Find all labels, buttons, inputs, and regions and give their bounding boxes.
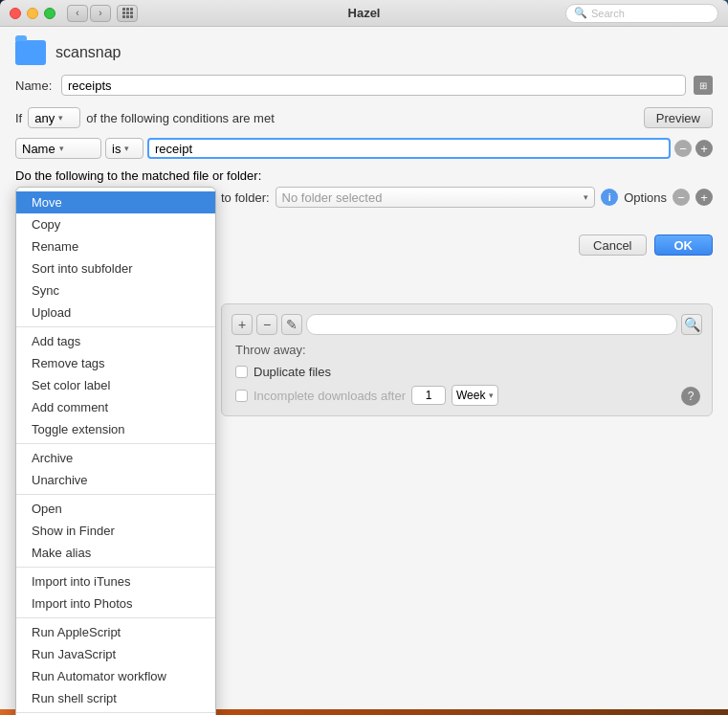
conditions-row: If any ▾ of the following conditions are… — [15, 107, 713, 128]
chevron-down-icon: ▾ — [58, 113, 63, 123]
duplicate-files-label: Duplicate files — [254, 365, 331, 379]
separator-4 — [16, 567, 215, 568]
remove-condition-button[interactable]: − — [674, 140, 692, 157]
remove-trash-rule-button[interactable]: − — [256, 314, 277, 335]
folder-icon — [15, 40, 46, 65]
if-label: If — [15, 111, 22, 125]
week-select[interactable]: Week ▾ — [452, 385, 498, 406]
info-button[interactable]: i — [601, 189, 618, 206]
to-folder-label: to folder: — [221, 190, 270, 205]
separator-5 — [16, 617, 215, 618]
title-bar: ‹ › Hazel 🔍 Search — [0, 0, 728, 27]
filter-value-input[interactable] — [147, 138, 671, 159]
incomplete-number-input[interactable] — [411, 386, 446, 405]
menu-item-sync[interactable]: Sync — [16, 279, 215, 302]
menu-item-set-color[interactable]: Set color label — [16, 374, 215, 396]
name-input[interactable] — [61, 75, 686, 96]
add-trash-rule-button[interactable]: + — [232, 314, 253, 335]
separator-3 — [16, 494, 215, 495]
action-label-text: Do the following to the matched file or … — [15, 168, 713, 183]
trash-toolbar: + − ✎ 🔍 — [232, 314, 702, 335]
grid-view-button[interactable] — [117, 5, 138, 22]
chevron-down-icon: ▾ — [584, 192, 588, 202]
menu-item-make-alias[interactable]: Make alias — [16, 542, 215, 564]
database-icon[interactable]: ⊞ — [694, 76, 713, 95]
edit-trash-rule-button[interactable]: ✎ — [281, 314, 302, 335]
menu-item-add-comment[interactable]: Add comment — [16, 396, 215, 418]
main-content: scansnap Name: ⊞ If any ▾ of the followi… — [0, 27, 728, 709]
dialog-buttons: Cancel OK — [221, 235, 713, 256]
help-button[interactable]: ? — [681, 387, 700, 406]
name-label: Name: — [15, 78, 54, 93]
menu-item-run-automator[interactable]: Run Automator workflow — [16, 665, 215, 687]
back-button[interactable]: ‹ — [67, 5, 88, 22]
action-area: Move Copy Rename Sort into subfolder Syn… — [15, 187, 713, 694]
filter-row: Name ▾ is ▾ − + — [15, 138, 713, 159]
menu-item-toggle-extension[interactable]: Toggle extension — [16, 418, 215, 440]
trash-panel: + − ✎ 🔍 Throw away: Duplicate files Inco… — [221, 303, 713, 416]
menu-item-import-photos[interactable]: Import into Photos — [16, 592, 215, 614]
menu-item-import-itunes[interactable]: Import into iTunes — [16, 570, 215, 592]
separator-2 — [16, 443, 215, 444]
menu-item-unarchive[interactable]: Unarchive — [16, 469, 215, 491]
menu-item-run-javascript[interactable]: Run JavaScript — [16, 643, 215, 665]
menu-item-rename[interactable]: Rename — [16, 235, 215, 257]
menu-item-run-applescript[interactable]: Run AppleScript — [16, 621, 215, 643]
window-title: Hazel — [348, 6, 381, 20]
menu-item-show-finder[interactable]: Show in Finder — [16, 520, 215, 542]
throw-away-label: Throw away: — [232, 343, 702, 357]
hazel-window: ‹ › Hazel 🔍 Search scansnap Name: ⊞ — [0, 0, 728, 709]
menu-item-add-tags[interactable]: Add tags — [16, 330, 215, 352]
filter-field-select[interactable]: Name ▾ — [15, 138, 101, 159]
any-select[interactable]: any ▾ — [28, 107, 80, 128]
add-condition-button[interactable]: + — [695, 140, 713, 157]
separator-1 — [16, 326, 215, 327]
options-label: Options — [624, 190, 667, 205]
folder-row: scansnap — [15, 40, 713, 65]
cancel-button[interactable]: Cancel — [579, 235, 646, 256]
menu-item-upload[interactable]: Upload — [16, 302, 215, 324]
action-dropdown-menu[interactable]: Move Copy Rename Sort into subfolder Syn… — [15, 187, 216, 715]
incomplete-downloads-row: Incomplete downloads after Week ▾ — [232, 385, 702, 406]
filter-operator-select[interactable]: is ▾ — [105, 138, 143, 159]
menu-item-run-shell[interactable]: Run shell script — [16, 687, 215, 709]
close-button[interactable] — [10, 8, 21, 19]
menu-item-archive[interactable]: Archive — [16, 447, 215, 469]
nav-buttons: ‹ › — [67, 5, 111, 22]
folder-select[interactable]: No folder selected ▾ — [276, 187, 596, 208]
separator-6 — [16, 712, 215, 713]
incomplete-downloads-checkbox[interactable] — [235, 390, 248, 402]
menu-item-open[interactable]: Open — [16, 498, 215, 520]
chevron-down-icon: ▾ — [489, 391, 494, 400]
grid-icon — [122, 8, 133, 18]
remove-action-button[interactable]: − — [673, 189, 690, 206]
forward-button[interactable]: › — [90, 5, 111, 22]
search-bar[interactable]: 🔍 Search — [565, 4, 718, 23]
menu-item-sort-subfolder[interactable]: Sort into subfolder — [16, 257, 215, 279]
name-row: Name: ⊞ — [15, 75, 713, 96]
incomplete-label: Incomplete downloads after — [254, 389, 406, 403]
folder-name: scansnap — [55, 44, 121, 61]
chevron-down-icon: ▾ — [59, 144, 64, 153]
preview-button[interactable]: Preview — [644, 107, 713, 128]
duplicate-files-checkbox[interactable] — [235, 366, 248, 378]
trash-search-button[interactable]: 🔍 — [681, 314, 702, 335]
maximize-button[interactable] — [44, 8, 55, 19]
to-folder-row: to folder: No folder selected ▾ i Option… — [221, 187, 713, 208]
search-icon: 🔍 — [574, 7, 587, 19]
menu-item-copy[interactable]: Copy — [16, 213, 215, 235]
trash-search-input[interactable] — [306, 314, 677, 335]
menu-item-remove-tags[interactable]: Remove tags — [16, 352, 215, 374]
action-detail: to folder: No folder selected ▾ i Option… — [221, 187, 713, 416]
ok-button[interactable]: OK — [654, 235, 714, 256]
add-action-button[interactable]: + — [695, 189, 713, 206]
conditions-text: of the following conditions are met — [86, 111, 275, 125]
duplicate-files-row: Duplicate files — [232, 365, 702, 379]
search-placeholder: Search — [591, 8, 625, 19]
minimize-button[interactable] — [27, 8, 38, 19]
traffic-lights — [10, 8, 55, 19]
chevron-down-icon: ▾ — [124, 144, 129, 153]
menu-item-move[interactable]: Move — [16, 191, 215, 213]
